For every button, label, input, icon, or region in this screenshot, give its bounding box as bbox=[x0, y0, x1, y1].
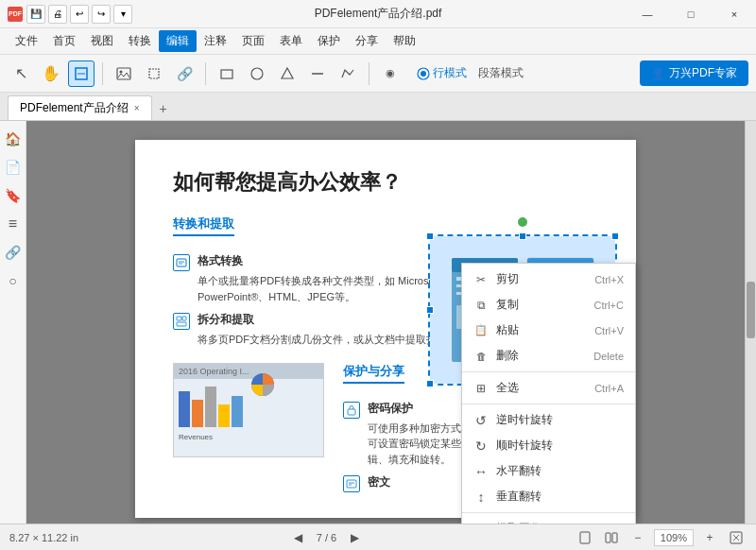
paste-icon bbox=[473, 323, 489, 338]
minimize-button[interactable]: — bbox=[626, 0, 669, 28]
line-icon bbox=[310, 66, 325, 81]
close-button[interactable]: × bbox=[713, 0, 756, 28]
window-title: PDFelement产品介绍.pdf bbox=[315, 6, 442, 22]
menu-home[interactable]: 首页 bbox=[45, 30, 83, 52]
flip-h-icon bbox=[473, 464, 489, 479]
line-tool[interactable] bbox=[304, 60, 331, 87]
ctx-delete[interactable]: 删除 Delete bbox=[462, 343, 635, 369]
fit-page-btn[interactable] bbox=[726, 527, 747, 548]
window-controls: — □ × bbox=[626, 0, 756, 28]
edit-tool[interactable] bbox=[68, 60, 94, 87]
triangle-tool[interactable] bbox=[274, 60, 301, 87]
ctx-cut[interactable]: 剪切 Ctrl+X bbox=[462, 266, 635, 292]
sidebar-outline-icon[interactable]: ≡ bbox=[3, 214, 24, 234]
svg-rect-4 bbox=[149, 69, 159, 78]
ctx-paste[interactable]: 粘贴 Ctrl+V bbox=[462, 318, 635, 343]
menu-form[interactable]: 表单 bbox=[272, 30, 310, 52]
ctx-rotate-ccw[interactable]: 逆时针旋转 bbox=[462, 407, 635, 433]
row-mode[interactable]: 行模式 bbox=[417, 65, 467, 81]
menu-edit[interactable]: 编辑 bbox=[159, 30, 197, 52]
rect-icon bbox=[219, 66, 234, 81]
quick-access-dropdown[interactable]: ▾ bbox=[113, 5, 132, 24]
redo-button[interactable]: ↪ bbox=[92, 5, 111, 24]
circle-tool[interactable] bbox=[244, 60, 270, 87]
next-page-btn[interactable]: ▶ bbox=[344, 527, 365, 548]
ctx-copy[interactable]: 复制 Ctrl+C bbox=[462, 292, 635, 318]
zoom-level: 109% bbox=[654, 529, 694, 546]
prev-page-btn[interactable]: ◀ bbox=[288, 527, 309, 548]
main-area: 🏠 📄 🔖 ≡ 🔗 ○ 如何帮您提高办公效率？ 转换和提取 格式转换 单个或批量… bbox=[0, 121, 756, 524]
select-tool[interactable]: ↖ bbox=[8, 60, 34, 87]
expert-button-container: 👤 万兴PDF专家 bbox=[640, 60, 748, 86]
sidebar-bookmark-icon[interactable]: 🔖 bbox=[3, 185, 24, 206]
menu-share[interactable]: 分享 bbox=[348, 30, 386, 52]
menu-comment[interactable]: 注释 bbox=[197, 30, 234, 52]
scrollbar-thumb[interactable] bbox=[747, 282, 755, 338]
handle-l[interactable] bbox=[426, 306, 434, 314]
link-tool[interactable]: 🔗 bbox=[171, 60, 198, 87]
circle-icon bbox=[249, 66, 265, 81]
crop-tool[interactable] bbox=[141, 60, 167, 87]
svg-rect-2 bbox=[117, 68, 130, 79]
ctx-flip-h[interactable]: 水平翻转 bbox=[462, 458, 635, 484]
pdf-page: 如何帮您提高办公效率？ 转换和提取 格式转换 单个或批量将PDF转换成各种文件类… bbox=[135, 140, 636, 518]
sidebar-comment-icon[interactable]: ○ bbox=[3, 270, 24, 291]
rect-tool[interactable] bbox=[214, 60, 240, 87]
save-button[interactable]: 💾 bbox=[26, 5, 45, 24]
zoom-in-btn[interactable]: + bbox=[699, 527, 720, 548]
triangle-icon bbox=[280, 66, 295, 81]
status-center: ◀ 7 / 6 ▶ bbox=[88, 527, 565, 548]
radio-btn[interactable]: ◉ bbox=[377, 60, 404, 87]
print-button[interactable]: 🖨 bbox=[48, 5, 67, 24]
password-icon bbox=[343, 402, 360, 419]
tab-add-btn[interactable]: + bbox=[152, 97, 175, 120]
zoom-out-btn[interactable]: − bbox=[627, 527, 648, 548]
handle-t[interactable] bbox=[519, 232, 526, 240]
para-mode[interactable]: 段落模式 bbox=[478, 65, 524, 81]
ctx-selectall[interactable]: 全选 Ctrl+A bbox=[462, 375, 635, 401]
ctx-extract[interactable]: 提取图像 bbox=[462, 516, 635, 524]
tab-label: PDFelement产品介绍 bbox=[20, 100, 129, 116]
section1-title: 转换和提取 bbox=[173, 215, 234, 236]
menu-view[interactable]: 视图 bbox=[83, 30, 121, 52]
menu-help[interactable]: 帮助 bbox=[386, 30, 423, 52]
ctx-selectall-shortcut: Ctrl+A bbox=[594, 383, 624, 394]
expert-btn[interactable]: 👤 万兴PDF专家 bbox=[640, 60, 748, 86]
maximize-button[interactable]: □ bbox=[669, 0, 713, 28]
double-page-view-btn[interactable] bbox=[601, 527, 622, 548]
handle-bl[interactable] bbox=[426, 380, 434, 387]
rotation-handle[interactable] bbox=[518, 217, 527, 227]
path-tool[interactable] bbox=[335, 60, 361, 87]
sidebar-link-icon[interactable]: 🔗 bbox=[3, 242, 24, 263]
crop-icon bbox=[146, 66, 162, 81]
single-page-icon bbox=[578, 531, 592, 544]
status-right: − 109% + bbox=[575, 527, 747, 548]
hand-tool[interactable]: ✋ bbox=[38, 60, 64, 87]
menu-file[interactable]: 文件 bbox=[8, 30, 45, 52]
svg-rect-5 bbox=[221, 70, 232, 78]
ctx-flip-v[interactable]: 垂直翻转 bbox=[462, 484, 635, 509]
menu-convert[interactable]: 转换 bbox=[121, 30, 159, 52]
handle-tr[interactable] bbox=[611, 232, 619, 240]
single-page-view-btn[interactable] bbox=[575, 527, 595, 548]
edit-icon bbox=[75, 67, 88, 80]
menu-page[interactable]: 页面 bbox=[234, 30, 272, 52]
svg-point-3 bbox=[120, 70, 123, 73]
ctx-copy-shortcut: Ctrl+C bbox=[594, 300, 624, 311]
page-indicator: 7 / 6 bbox=[317, 532, 336, 543]
image-tool[interactable] bbox=[111, 60, 137, 87]
tab-close-btn[interactable]: × bbox=[134, 103, 140, 113]
right-scrollbar[interactable] bbox=[745, 121, 756, 524]
ctx-rotate-cw[interactable]: 顺时针旋转 bbox=[462, 433, 635, 458]
extract-icon bbox=[473, 522, 489, 524]
handle-tl[interactable] bbox=[426, 232, 434, 240]
context-menu: 剪切 Ctrl+X 复制 Ctrl+C 粘贴 Ctrl+V 删除 Delete bbox=[461, 263, 636, 524]
pie-chart bbox=[249, 370, 277, 427]
tab-pdfelement[interactable]: PDFelement产品介绍 × bbox=[8, 95, 152, 120]
menu-protect[interactable]: 保护 bbox=[310, 30, 348, 52]
sidebar-home-icon[interactable]: 🏠 bbox=[3, 129, 24, 149]
undo-button[interactable]: ↩ bbox=[70, 5, 89, 24]
svg-point-10 bbox=[421, 71, 426, 77]
sidebar-pages-icon[interactable]: 📄 bbox=[3, 157, 24, 178]
svg-rect-35 bbox=[606, 533, 610, 542]
